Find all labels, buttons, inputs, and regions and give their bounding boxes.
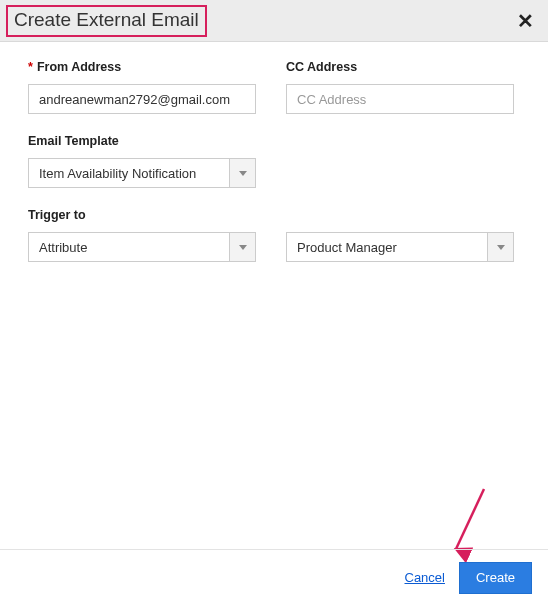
dialog-body: *From Address CC Address Email Template … [0,42,548,262]
close-icon[interactable]: ✕ [515,9,536,33]
svg-line-1 [456,489,484,549]
chevron-down-icon [229,159,255,187]
trigger-recipient-select[interactable]: Product Manager [286,232,514,262]
dialog-header: Create External Email ✕ [0,0,548,42]
row-addresses: *From Address CC Address [28,60,526,114]
dialog-footer: Cancel Create [0,549,548,605]
email-template-label: Email Template [28,134,256,148]
from-address-label: *From Address [28,60,256,74]
row-trigger: Attribute Product Manager [28,232,526,262]
email-template-value: Item Availability Notification [29,159,229,187]
trigger-to-select[interactable]: Attribute [28,232,256,262]
cc-address-label: CC Address [286,60,514,74]
trigger-recipient-value: Product Manager [287,233,487,261]
trigger-to-label: Trigger to [28,208,526,222]
chevron-down-icon [229,233,255,261]
field-cc-address: CC Address [286,60,514,114]
email-template-select[interactable]: Item Availability Notification [28,158,256,188]
field-trigger-to: Trigger to Attribute Product Manager [28,208,526,262]
row-template: Email Template Item Availability Notific… [28,134,526,188]
required-marker: * [28,60,33,74]
title-highlight: Create External Email [6,5,207,37]
cancel-button[interactable]: Cancel [405,570,445,585]
field-from-address: *From Address [28,60,256,114]
from-address-input[interactable] [28,84,256,114]
create-button[interactable]: Create [459,562,532,594]
trigger-to-value: Attribute [29,233,229,261]
chevron-down-icon [487,233,513,261]
dialog-title: Create External Email [14,9,199,30]
field-spacer [286,134,514,188]
from-address-label-text: From Address [37,60,121,74]
field-email-template: Email Template Item Availability Notific… [28,134,256,188]
cc-address-input[interactable] [286,84,514,114]
